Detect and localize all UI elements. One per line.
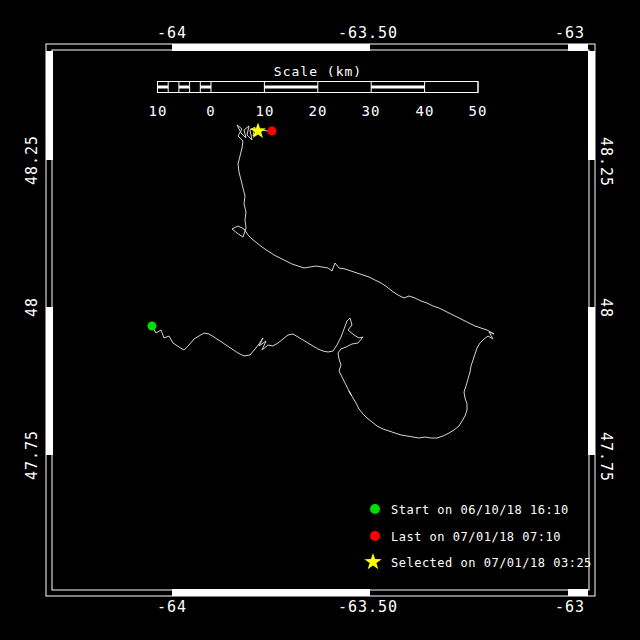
axis-label-left-lat-3: 47.75 xyxy=(23,430,41,480)
axis-label-top-lon-1: -64 xyxy=(157,24,187,42)
scale-bar-stripe-s4 xyxy=(200,86,211,89)
scale-bar-stripe-s2 xyxy=(179,86,190,89)
map-canvas[interactable] xyxy=(0,0,640,640)
axis-label-bottom-lon-1: -64 xyxy=(157,598,187,616)
scale-bar-stripe-b3 xyxy=(371,86,424,89)
scale-bar-title: Scale (km) xyxy=(274,64,362,79)
frame-segment-h-3 xyxy=(568,589,588,596)
frame-segment-h-2 xyxy=(172,589,370,596)
frame-segment-v-2 xyxy=(588,51,595,160)
scale-label-4: 30 xyxy=(362,103,381,119)
frame-segment-v-1 xyxy=(46,307,53,455)
scale-label-2: 10 xyxy=(256,103,275,119)
axis-label-top-lon-2: -63.50 xyxy=(338,24,398,42)
axis-label-left-lat-2: 48 xyxy=(23,297,41,317)
scale-label-5: 40 xyxy=(416,103,435,119)
axis-label-right-lat-3: 47.75 xyxy=(597,432,615,482)
legend-label-start: Start on 06/10/18 16:10 xyxy=(391,503,569,517)
axis-label-top-lon-3: -63 xyxy=(555,24,585,42)
scale-bar-stripe-b1 xyxy=(264,86,317,89)
legend-label-last: Last on 07/01/18 07:10 xyxy=(391,530,561,544)
frame-segment-h-0 xyxy=(172,44,370,51)
plot-window: -64 -63.50 -63 -64 -63.50 -63 48.25 48 4… xyxy=(0,0,640,640)
axis-label-right-lat-1: 48.25 xyxy=(597,137,615,187)
axis-label-left-lat-1: 48.25 xyxy=(23,135,41,185)
scale-bar-stripe-s0 xyxy=(158,86,169,89)
legend-start-icon xyxy=(370,504,380,514)
frame-segment-h-1 xyxy=(568,44,588,51)
scale-label-1: 0 xyxy=(206,103,215,119)
frame-segment-v-3 xyxy=(588,307,595,455)
axis-label-right-lat-2: 48 xyxy=(597,298,615,318)
legend-selected-star-icon xyxy=(364,553,381,569)
axis-label-bottom-lon-2: -63.50 xyxy=(338,598,398,616)
start-marker[interactable] xyxy=(148,322,157,331)
legend-last-icon xyxy=(370,531,380,541)
selected-marker[interactable] xyxy=(250,123,266,138)
scale-label-6: 50 xyxy=(469,103,488,119)
track-path xyxy=(152,125,494,438)
frame-segment-v-0 xyxy=(46,51,53,160)
scale-label-0: 10 xyxy=(149,103,168,119)
axis-label-bottom-lon-3: -63 xyxy=(555,598,585,616)
scale-label-3: 20 xyxy=(309,103,328,119)
legend-label-selected: Selected on 07/01/18 03:25 xyxy=(391,556,592,570)
last-marker[interactable] xyxy=(268,127,277,136)
